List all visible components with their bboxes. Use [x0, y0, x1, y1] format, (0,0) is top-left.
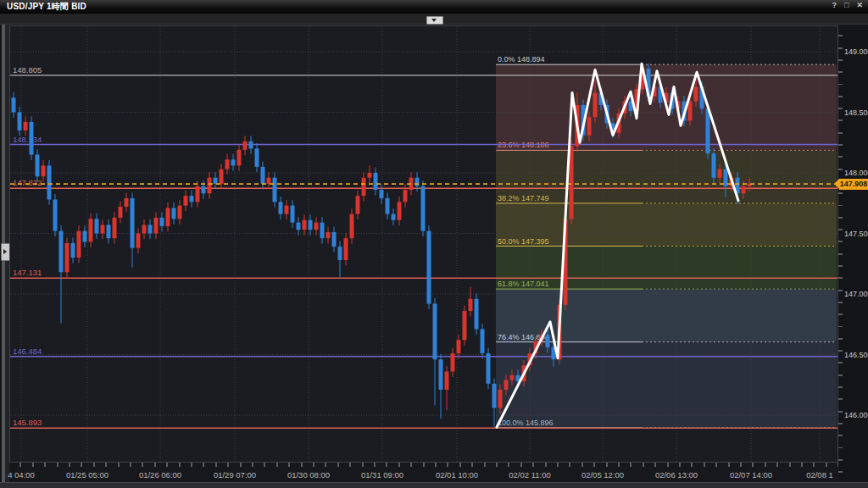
price-axis[interactable]: 149.000148.500148.000147.500147.000146.5…: [838, 25, 868, 483]
svg-text:38.2% 147.749: 38.2% 147.749: [498, 194, 549, 202]
help-button[interactable]: ?: [832, 1, 837, 9]
time-axis-label: 02/05 12:00: [581, 470, 624, 480]
bottom-status-bar: [0, 482, 868, 488]
time-axis-label: 02/01 10:00: [436, 470, 478, 480]
price-axis-label: 147.500: [844, 230, 868, 238]
time-axis-label: 01/26 06:00: [139, 470, 181, 480]
svg-text:50.0% 147.395: 50.0% 147.395: [498, 237, 549, 246]
svg-text:61.8% 147.041: 61.8% 147.041: [498, 280, 549, 288]
svg-text:100.0% 145.896: 100.0% 145.896: [498, 419, 554, 427]
time-axis-label: 01/31 09:00: [361, 470, 403, 480]
price-axis-label: 146.500: [844, 351, 868, 359]
svg-text:148.234: 148.234: [13, 135, 42, 144]
price-axis-label: 149.000: [844, 47, 868, 56]
time-axis-label: 02/06 13:00: [655, 470, 698, 480]
time-axis-label: 4 04:00: [8, 470, 35, 480]
price-axis-label: 146.000: [844, 411, 868, 419]
candlestick-chart-plot[interactable]: 0.0% 148.89423.6% 148.18638.2% 147.74950…: [9, 25, 838, 463]
chart-window: USD/JPY 1時間 BID ? □ ✕ 0.0% 148.89423.6% …: [0, 0, 868, 488]
toolbar-collapse-button[interactable]: [426, 16, 443, 25]
window-controls: ? □ ✕: [832, 1, 863, 9]
svg-text:23.6% 148.186: 23.6% 148.186: [498, 141, 549, 149]
close-button[interactable]: ✕: [856, 1, 863, 9]
svg-text:147.131: 147.131: [13, 268, 42, 277]
price-axis-label: 148.500: [844, 108, 868, 117]
price-axis-label: 147.000: [844, 290, 868, 298]
time-axis-label: 02/02 11:00: [509, 470, 550, 480]
current-price-badge: 147.908: [839, 179, 868, 190]
time-axis[interactable]: 4 04:0001/25 05:0001/26 06:0001/29 07:00…: [9, 463, 838, 483]
time-axis-label: 01/30 08:00: [287, 470, 330, 480]
time-axis-ticks: [9, 463, 838, 467]
time-axis-label: 01/29 07:00: [214, 470, 256, 480]
price-axis-label: 148.000: [844, 169, 868, 177]
time-axis-label: 01/25 05:00: [66, 470, 108, 480]
window-title: USD/JPY 1時間 BID: [7, 1, 86, 13]
title-bar[interactable]: USD/JPY 1時間 BID ? □ ✕: [0, 0, 868, 14]
svg-text:148.805: 148.805: [13, 65, 42, 75]
maximize-button[interactable]: □: [844, 1, 849, 9]
svg-text:145.893: 145.893: [13, 418, 42, 427]
time-axis-label: 02/08 1: [806, 470, 833, 480]
time-axis-label: 02/07 14:00: [730, 470, 772, 480]
price-axis-ticks: [838, 25, 843, 483]
svg-text:0.0% 148.894: 0.0% 148.894: [498, 55, 545, 64]
chart-canvas[interactable]: 0.0% 148.89423.6% 148.18638.2% 147.74950…: [10, 26, 837, 462]
left-rail: [0, 25, 9, 483]
svg-text:146.484: 146.484: [13, 347, 42, 356]
toolbar-strip: [0, 14, 868, 25]
